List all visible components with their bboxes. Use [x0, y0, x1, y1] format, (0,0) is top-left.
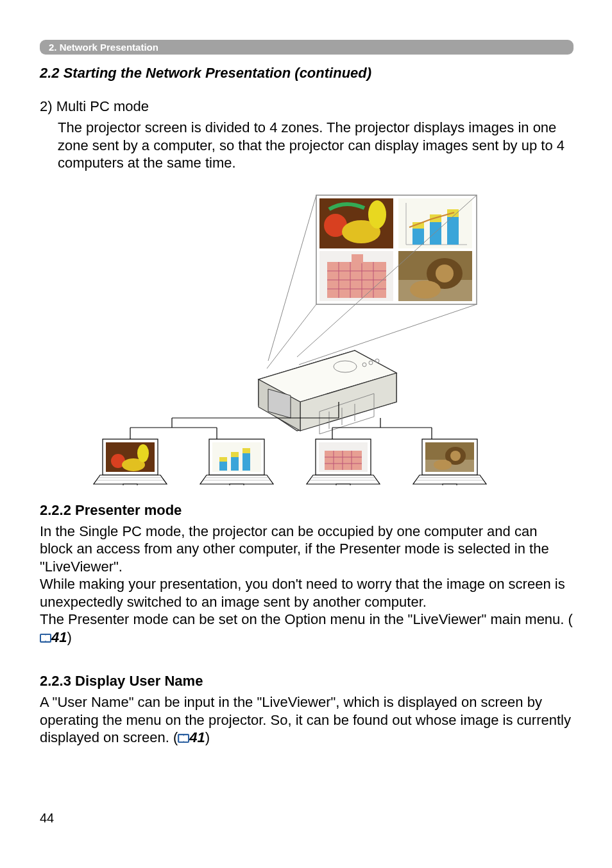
svg-rect-10 — [430, 222, 441, 245]
presenter-mode-para3b: ) — [67, 629, 71, 645]
presenter-mode-para3: The Presenter mode can be set on the Opt… — [40, 611, 574, 646]
presenter-mode-ref: 41 — [51, 629, 67, 645]
page-number: 44 — [40, 811, 54, 826]
svg-rect-12 — [447, 217, 459, 245]
svg-line-39 — [299, 304, 477, 365]
multi-pc-label: 2) Multi PC mode — [40, 98, 574, 115]
svg-rect-23 — [352, 254, 363, 263]
presenter-mode-para2: While making your presentation, you don'… — [40, 575, 574, 611]
multi-pc-body: The projector screen is divided to 4 zon… — [58, 119, 574, 172]
display-username-para1a: A "User Name" can be input in the "LiveV… — [40, 694, 571, 745]
svg-rect-81 — [336, 484, 350, 485]
svg-rect-91 — [443, 484, 457, 485]
header-bar: 2. Network Presentation — [40, 40, 574, 55]
projector-diagram-svg — [76, 190, 538, 485]
svg-point-28 — [410, 281, 441, 299]
book-icon — [178, 734, 189, 743]
svg-point-87 — [450, 451, 461, 461]
section-title: 2.2 Starting the Network Presentation (c… — [40, 65, 574, 82]
svg-rect-61 — [219, 462, 227, 471]
book-icon — [40, 634, 51, 643]
svg-rect-65 — [242, 453, 250, 471]
display-username-para1b: ) — [205, 729, 210, 745]
svg-point-54 — [137, 444, 149, 462]
display-username-heading: 2.2.3 Display User Name — [40, 673, 574, 690]
display-username-ref: 41 — [189, 729, 205, 745]
svg-rect-63 — [231, 457, 239, 471]
svg-line-38 — [267, 304, 316, 369]
svg-rect-62 — [219, 457, 227, 462]
svg-point-4 — [368, 200, 386, 229]
svg-rect-57 — [123, 484, 137, 485]
presenter-mode-para3a: The Presenter mode can be set on the Opt… — [40, 611, 573, 627]
svg-rect-73 — [325, 451, 362, 470]
presenter-mode-para1: In the Single PC mode, the projector can… — [40, 523, 574, 576]
svg-rect-66 — [242, 448, 250, 453]
presenter-mode-heading: 2.2.2 Presenter mode — [40, 502, 574, 519]
svg-rect-8 — [412, 229, 424, 245]
svg-point-27 — [436, 265, 454, 282]
multi-pc-figure — [40, 190, 574, 485]
display-username-para: A "User Name" can be input in the "LiveV… — [40, 693, 574, 747]
svg-rect-69 — [230, 484, 244, 485]
svg-point-88 — [434, 460, 452, 470]
svg-rect-64 — [231, 452, 239, 457]
